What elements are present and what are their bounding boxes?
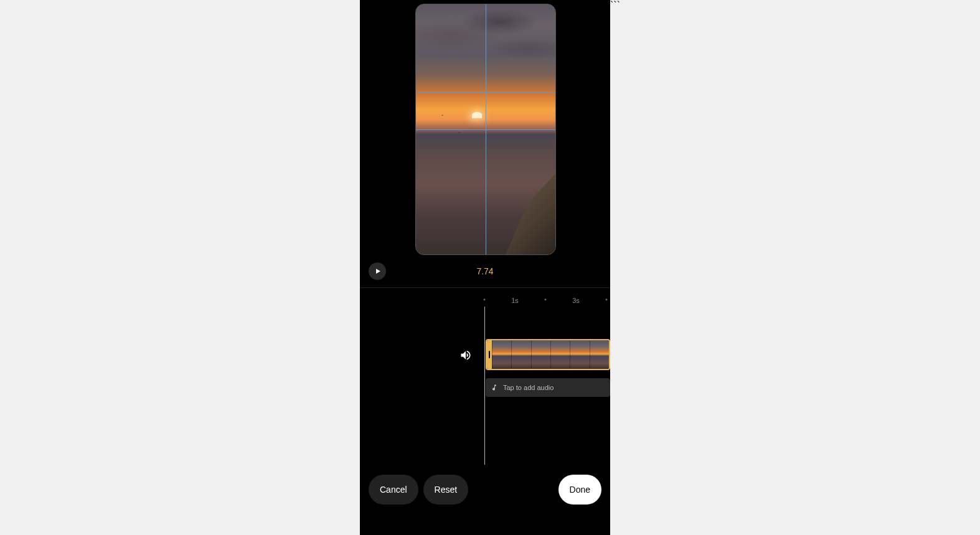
music-note-icon (491, 384, 498, 391)
clip-thumbnail (511, 340, 530, 369)
playhead[interactable] (484, 307, 485, 465)
sound-toggle-button[interactable] (459, 349, 473, 363)
bird-silhouette: ⌄ (441, 112, 444, 116)
time-ruler: 1s 3s (360, 293, 610, 305)
video-editor-screen: ⌄ ⌄ 7.74 1s 3s (360, 0, 610, 535)
preview-area: ⌄ ⌄ 7.74 (360, 0, 610, 288)
ruler-tick: 3s (572, 297, 580, 304)
clip-thumbnail (570, 340, 589, 369)
ruler-dot (484, 299, 486, 300)
clip-thumbnail (492, 340, 511, 369)
video-preview[interactable]: ⌄ ⌄ (415, 4, 556, 255)
cancel-button[interactable]: Cancel (369, 475, 418, 505)
bird-silhouette: ⌄ (458, 129, 461, 134)
ruler-dot (606, 299, 608, 300)
trim-handle-left[interactable] (487, 340, 492, 369)
add-audio-label: Tap to add audio (503, 384, 554, 391)
sun-highlight (472, 112, 482, 118)
alignment-guide-vertical (486, 4, 486, 254)
add-audio-track[interactable]: Tap to add audio (486, 378, 610, 397)
clip-thumbnail (590, 340, 609, 369)
ruler-dot (545, 299, 547, 300)
timeline-area: 1s 3s Tap to add audio (360, 288, 610, 535)
video-track-clip[interactable] (486, 339, 610, 370)
done-button[interactable]: Done (558, 475, 601, 505)
ruler-tick: 1s (511, 297, 519, 304)
clip-thumbnail (531, 340, 550, 369)
reset-button[interactable]: Reset (423, 475, 469, 505)
clip-thumbnail (550, 340, 570, 369)
duration-label: 7.74 (360, 266, 610, 276)
bottom-action-bar: Cancel Reset Done (360, 474, 610, 505)
sound-icon (459, 349, 472, 361)
